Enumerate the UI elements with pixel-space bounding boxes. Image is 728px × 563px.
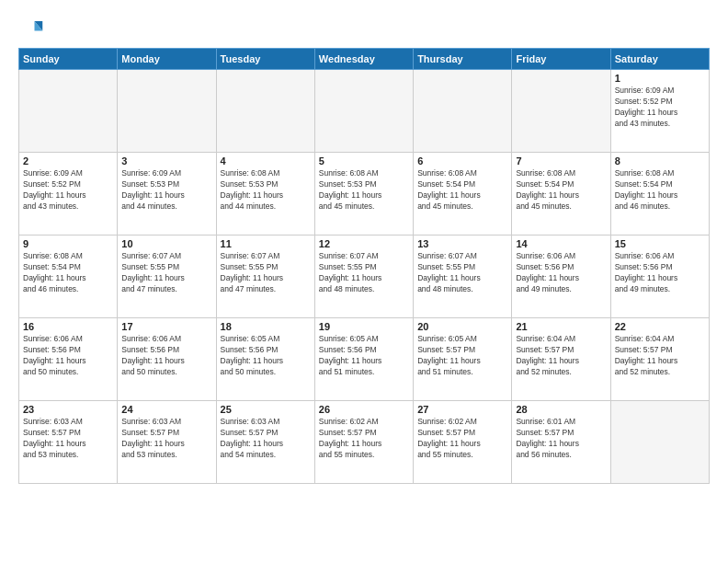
week-row-1: 2Sunrise: 6:09 AM Sunset: 5:52 PM Daylig… <box>19 153 710 236</box>
logo-icon <box>18 15 44 40</box>
day-number: 3 <box>121 155 211 167</box>
day-cell: 25Sunrise: 6:03 AM Sunset: 5:57 PM Dayli… <box>216 401 314 484</box>
day-info: Sunrise: 6:08 AM Sunset: 5:54 PM Dayligh… <box>615 168 705 213</box>
day-info: Sunrise: 6:09 AM Sunset: 5:52 PM Dayligh… <box>615 86 705 130</box>
day-cell: 13Sunrise: 6:07 AM Sunset: 5:55 PM Dayli… <box>414 236 512 318</box>
day-number: 13 <box>417 238 507 249</box>
day-cell: 8Sunrise: 6:08 AM Sunset: 5:54 PM Daylig… <box>610 153 709 236</box>
day-cell: 26Sunrise: 6:02 AM Sunset: 5:57 PM Dayli… <box>314 401 413 484</box>
day-info: Sunrise: 6:04 AM Sunset: 5:57 PM Dayligh… <box>615 334 705 378</box>
weekday-sunday: Sunday <box>19 49 118 70</box>
day-cell <box>118 70 216 153</box>
day-cell: 14Sunrise: 6:06 AM Sunset: 5:56 PM Dayli… <box>512 236 610 318</box>
day-cell: 27Sunrise: 6:02 AM Sunset: 5:57 PM Dayli… <box>414 401 512 484</box>
day-cell: 17Sunrise: 6:06 AM Sunset: 5:56 PM Dayli… <box>118 318 216 401</box>
day-info: Sunrise: 6:08 AM Sunset: 5:54 PM Dayligh… <box>23 251 113 295</box>
day-info: Sunrise: 6:02 AM Sunset: 5:57 PM Dayligh… <box>319 417 409 461</box>
day-info: Sunrise: 6:03 AM Sunset: 5:57 PM Dayligh… <box>121 417 211 461</box>
day-info: Sunrise: 6:05 AM Sunset: 5:57 PM Dayligh… <box>417 334 507 378</box>
day-info: Sunrise: 6:01 AM Sunset: 5:57 PM Dayligh… <box>516 417 606 461</box>
week-row-3: 16Sunrise: 6:06 AM Sunset: 5:56 PM Dayli… <box>19 318 710 401</box>
day-number: 5 <box>319 155 409 167</box>
page: SundayMondayTuesdayWednesdayThursdayFrid… <box>0 0 728 563</box>
day-info: Sunrise: 6:06 AM Sunset: 5:56 PM Dayligh… <box>615 251 705 295</box>
day-number: 11 <box>221 238 311 249</box>
day-info: Sunrise: 6:03 AM Sunset: 5:57 PM Dayligh… <box>221 417 311 461</box>
day-cell: 3Sunrise: 6:09 AM Sunset: 5:53 PM Daylig… <box>118 153 216 236</box>
day-cell: 19Sunrise: 6:05 AM Sunset: 5:56 PM Dayli… <box>314 318 413 401</box>
day-cell <box>610 401 709 484</box>
day-number: 24 <box>121 404 211 415</box>
day-info: Sunrise: 6:09 AM Sunset: 5:52 PM Dayligh… <box>23 168 113 213</box>
day-number: 28 <box>516 404 606 415</box>
day-info: Sunrise: 6:09 AM Sunset: 5:53 PM Dayligh… <box>121 168 211 213</box>
weekday-wednesday: Wednesday <box>314 49 413 70</box>
day-cell: 28Sunrise: 6:01 AM Sunset: 5:57 PM Dayli… <box>512 401 610 484</box>
day-info: Sunrise: 6:08 AM Sunset: 5:54 PM Dayligh… <box>516 168 606 213</box>
weekday-saturday: Saturday <box>610 49 709 70</box>
day-cell: 11Sunrise: 6:07 AM Sunset: 5:55 PM Dayli… <box>216 236 314 318</box>
week-row-2: 9Sunrise: 6:08 AM Sunset: 5:54 PM Daylig… <box>19 236 710 318</box>
day-number: 20 <box>417 321 507 332</box>
day-number: 23 <box>23 404 113 415</box>
weekday-tuesday: Tuesday <box>216 49 314 70</box>
day-number: 17 <box>121 321 211 332</box>
calendar-table: SundayMondayTuesdayWednesdayThursdayFrid… <box>18 48 710 484</box>
day-info: Sunrise: 6:07 AM Sunset: 5:55 PM Dayligh… <box>221 251 311 295</box>
day-number: 26 <box>319 404 409 415</box>
day-cell: 2Sunrise: 6:09 AM Sunset: 5:52 PM Daylig… <box>19 153 118 236</box>
day-info: Sunrise: 6:03 AM Sunset: 5:57 PM Dayligh… <box>23 417 113 461</box>
day-cell: 15Sunrise: 6:06 AM Sunset: 5:56 PM Dayli… <box>610 236 709 318</box>
day-number: 21 <box>516 321 606 332</box>
day-cell: 6Sunrise: 6:08 AM Sunset: 5:54 PM Daylig… <box>414 153 512 236</box>
day-number: 1 <box>615 73 705 84</box>
logo <box>18 15 48 40</box>
day-cell: 16Sunrise: 6:06 AM Sunset: 5:56 PM Dayli… <box>19 318 118 401</box>
day-cell: 9Sunrise: 6:08 AM Sunset: 5:54 PM Daylig… <box>19 236 118 318</box>
day-info: Sunrise: 6:08 AM Sunset: 5:53 PM Dayligh… <box>221 168 311 213</box>
day-number: 22 <box>615 321 705 332</box>
day-info: Sunrise: 6:06 AM Sunset: 5:56 PM Dayligh… <box>23 334 113 378</box>
day-number: 12 <box>319 238 409 249</box>
day-number: 25 <box>221 404 311 415</box>
day-cell: 23Sunrise: 6:03 AM Sunset: 5:57 PM Dayli… <box>19 401 118 484</box>
day-info: Sunrise: 6:07 AM Sunset: 5:55 PM Dayligh… <box>121 251 211 295</box>
weekday-header-row: SundayMondayTuesdayWednesdayThursdayFrid… <box>19 49 710 70</box>
day-number: 18 <box>221 321 311 332</box>
day-number: 8 <box>615 155 705 167</box>
day-cell: 18Sunrise: 6:05 AM Sunset: 5:56 PM Dayli… <box>216 318 314 401</box>
day-number: 10 <box>121 238 211 249</box>
day-cell <box>19 70 118 153</box>
day-number: 4 <box>221 155 311 167</box>
header <box>18 15 710 40</box>
day-number: 27 <box>417 404 507 415</box>
day-cell: 10Sunrise: 6:07 AM Sunset: 5:55 PM Dayli… <box>118 236 216 318</box>
day-number: 6 <box>417 155 507 167</box>
day-number: 2 <box>23 155 113 167</box>
day-cell: 12Sunrise: 6:07 AM Sunset: 5:55 PM Dayli… <box>314 236 413 318</box>
day-cell: 7Sunrise: 6:08 AM Sunset: 5:54 PM Daylig… <box>512 153 610 236</box>
day-cell <box>512 70 610 153</box>
week-row-4: 23Sunrise: 6:03 AM Sunset: 5:57 PM Dayli… <box>19 401 710 484</box>
day-cell: 5Sunrise: 6:08 AM Sunset: 5:53 PM Daylig… <box>314 153 413 236</box>
day-info: Sunrise: 6:05 AM Sunset: 5:56 PM Dayligh… <box>221 334 311 378</box>
day-cell: 4Sunrise: 6:08 AM Sunset: 5:53 PM Daylig… <box>216 153 314 236</box>
day-number: 7 <box>516 155 606 167</box>
weekday-friday: Friday <box>512 49 610 70</box>
day-info: Sunrise: 6:06 AM Sunset: 5:56 PM Dayligh… <box>121 334 211 378</box>
day-info: Sunrise: 6:07 AM Sunset: 5:55 PM Dayligh… <box>319 251 409 295</box>
day-cell: 24Sunrise: 6:03 AM Sunset: 5:57 PM Dayli… <box>118 401 216 484</box>
day-info: Sunrise: 6:08 AM Sunset: 5:54 PM Dayligh… <box>417 168 507 213</box>
day-cell: 21Sunrise: 6:04 AM Sunset: 5:57 PM Dayli… <box>512 318 610 401</box>
week-row-0: 1Sunrise: 6:09 AM Sunset: 5:52 PM Daylig… <box>19 70 710 153</box>
day-cell <box>216 70 314 153</box>
day-info: Sunrise: 6:06 AM Sunset: 5:56 PM Dayligh… <box>516 251 606 295</box>
day-number: 9 <box>23 238 113 249</box>
day-number: 15 <box>615 238 705 249</box>
weekday-thursday: Thursday <box>414 49 512 70</box>
day-number: 16 <box>23 321 113 332</box>
day-info: Sunrise: 6:08 AM Sunset: 5:53 PM Dayligh… <box>319 168 409 213</box>
day-number: 19 <box>319 321 409 332</box>
day-cell <box>314 70 413 153</box>
day-cell: 20Sunrise: 6:05 AM Sunset: 5:57 PM Dayli… <box>414 318 512 401</box>
